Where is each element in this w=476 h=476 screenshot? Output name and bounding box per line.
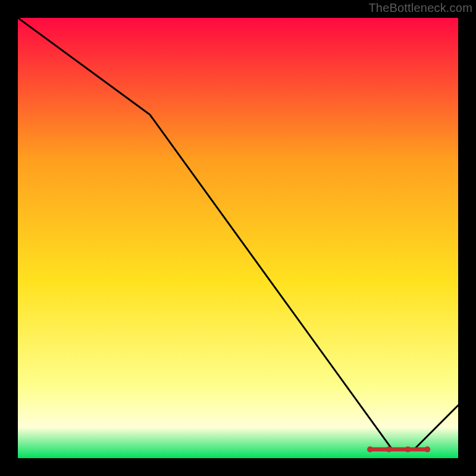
plot-area bbox=[18, 18, 458, 458]
marker-dot bbox=[424, 446, 430, 452]
chart-frame: TheBottleneck.com bbox=[0, 0, 476, 476]
marker-dot bbox=[386, 446, 392, 452]
chart-svg bbox=[18, 18, 458, 458]
marker-dot bbox=[367, 446, 373, 452]
marker-dot bbox=[405, 446, 411, 452]
watermark-text: TheBottleneck.com bbox=[368, 1, 472, 15]
chart-background bbox=[18, 18, 458, 458]
